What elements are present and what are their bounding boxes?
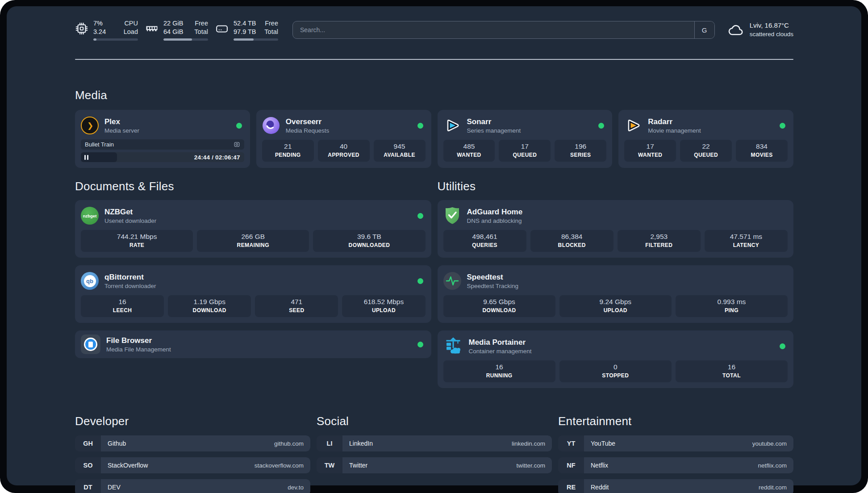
- bookmark-netflix[interactable]: NF Netflix netflix.com: [558, 457, 793, 473]
- playback-progress-bar: 24:44 / 02:06:47: [81, 152, 244, 162]
- nzbget-icon: nzbget: [81, 207, 99, 225]
- memory-metric: 22 GiB 64 GiB Free Total: [145, 19, 208, 41]
- card-qbittorrent[interactable]: qb qBittorrent Torrent downloader 16 LEE…: [75, 265, 431, 323]
- search-bar: G: [292, 21, 715, 39]
- card-title: Overseerr: [286, 117, 417, 126]
- bookmark-youtube[interactable]: YT YouTube youtube.com: [558, 435, 793, 451]
- pause-icon: [84, 155, 86, 160]
- card-adguard[interactable]: AdGuard Home DNS and adblocking 498,461 …: [438, 200, 794, 258]
- stat-approved: 40 APPROVED: [318, 140, 370, 162]
- cpu-usage: 7%: [93, 19, 106, 28]
- plex-icon: ❯: [81, 117, 99, 134]
- developer-column: Developer GH Github github.com SO StackO…: [75, 414, 310, 493]
- stat-queries: 498,461 QUERIES: [443, 230, 526, 252]
- card-subtitle: Speedtest Tracking: [467, 282, 788, 290]
- card-title: AdGuard Home: [467, 207, 788, 217]
- card-subtitle: Usenet downloader: [104, 217, 417, 225]
- card-nzbget[interactable]: nzbget NZBGet Usenet downloader 744.21 M…: [75, 200, 431, 258]
- dashboard: 7% 3.24 CPU Load: [7, 6, 861, 485]
- stat-filtered: 2,953 FILTERED: [618, 230, 701, 252]
- stat-series: 196 SERIES: [555, 140, 606, 162]
- bookmark-github[interactable]: GH Github github.com: [75, 435, 310, 451]
- system-metrics: 7% 3.24 CPU Load: [75, 19, 278, 41]
- qbittorrent-icon: qb: [81, 272, 99, 290]
- weather-widget: Lviv, 16.87°C scattered clouds: [727, 21, 793, 39]
- disk-icon: [215, 22, 229, 35]
- stat-total: 16 TOTAL: [676, 360, 788, 382]
- status-dot: [417, 123, 423, 129]
- status-dot: [417, 213, 423, 219]
- card-portainer[interactable]: Media Portainer Container management 16 …: [438, 330, 794, 388]
- stat-running: 16 RUNNING: [443, 360, 555, 382]
- ram-icon: [145, 22, 159, 35]
- stat-stopped: 0 STOPPED: [559, 360, 672, 382]
- playback-time: 24:44 / 02:06:47: [194, 152, 240, 162]
- bookmark-stackoverflow[interactable]: SO StackOverflow stackoverflow.com: [75, 457, 310, 473]
- bookmark-linkedin[interactable]: LI LinkedIn linkedin.com: [317, 435, 552, 451]
- filebrowser-icon: [81, 334, 100, 354]
- memory-labels: Free Total: [194, 19, 208, 36]
- bookmarks-section: Developer GH Github github.com SO StackO…: [75, 414, 793, 493]
- documents-column: Documents & Files nzbget NZBGet Usenet d…: [75, 177, 431, 396]
- header-divider: [75, 59, 793, 60]
- card-plex[interactable]: ❯ Plex Media server Bullet Train 24:44 /: [75, 110, 250, 168]
- cloud-icon: [727, 23, 744, 37]
- cpu-metric: 7% 3.24 CPU Load: [75, 19, 138, 41]
- social-column: Social LI LinkedIn linkedin.com TW Twitt…: [317, 414, 552, 493]
- card-title: Media Portainer: [469, 338, 780, 347]
- cpu-values: 7% 3.24: [93, 19, 106, 36]
- section-title-media: Media: [75, 88, 793, 102]
- cpu-load: 3.24: [93, 28, 106, 36]
- weather-condition: scattered clouds: [750, 30, 793, 39]
- cpu-progress-bar: [93, 38, 138, 41]
- playback-played-segment: [81, 152, 117, 162]
- speedtest-icon: [443, 272, 461, 290]
- memory-values: 22 GiB 64 GiB: [163, 19, 183, 36]
- status-dot: [598, 123, 604, 129]
- bookmark-reddit[interactable]: RE Reddit reddit.com: [558, 479, 793, 493]
- stat-downloaded: 39.6 TB DOWNLOADED: [313, 230, 425, 252]
- search-engine-button[interactable]: G: [694, 21, 714, 38]
- top-bar: 7% 3.24 CPU Load: [75, 17, 793, 43]
- section-title-developer: Developer: [75, 414, 310, 428]
- card-speedtest[interactable]: Speedtest Speedtest Tracking 9.65 Gbps D…: [438, 265, 794, 323]
- now-playing-title: Bullet Train: [85, 141, 234, 148]
- portainer-icon: [443, 336, 463, 356]
- card-subtitle: Container management: [469, 347, 780, 355]
- stat-queued: 17 QUEUED: [499, 140, 551, 162]
- card-filebrowser[interactable]: File Browser Media File Management: [75, 330, 431, 358]
- stat-ping: 0.993 ms PING: [676, 295, 788, 317]
- bookmark-dev[interactable]: DT DEV dev.to: [75, 479, 310, 493]
- section-title-documents: Documents & Files: [75, 180, 431, 193]
- card-overseerr[interactable]: Overseerr Media Requests 21 PENDING 40 A…: [256, 110, 431, 168]
- disk-total: 97.9 TB: [234, 28, 256, 36]
- adguard-icon: [443, 206, 461, 225]
- card-title: qBittorrent: [104, 272, 417, 282]
- stat-seed: 471 SEED: [255, 295, 338, 317]
- disk-free: 52.4 TB: [234, 19, 256, 28]
- card-sonarr[interactable]: Sonarr Series management 485 WANTED 17 Q…: [438, 110, 613, 168]
- stat-blocked: 86,384 BLOCKED: [530, 230, 613, 252]
- card-subtitle: Media Requests: [286, 127, 417, 134]
- stat-upload: 9.24 Gbps UPLOAD: [559, 295, 672, 317]
- card-title: File Browser: [106, 336, 417, 345]
- status-dot: [236, 123, 242, 129]
- stat-remaining: 266 GB REMAINING: [197, 230, 309, 252]
- status-dot: [417, 278, 423, 284]
- memory-total: 64 GiB: [163, 28, 183, 36]
- bookmark-twitter[interactable]: TW Twitter twitter.com: [317, 457, 552, 473]
- section-title-utilities: Utilities: [438, 180, 794, 193]
- overseerr-icon: [262, 117, 280, 134]
- sonarr-icon: [443, 117, 461, 134]
- card-subtitle: DNS and adblocking: [467, 217, 788, 225]
- card-radarr[interactable]: Radarr Movie management 17 WANTED 22 QUE…: [618, 110, 793, 168]
- status-dot: [780, 123, 785, 129]
- stat-wanted: 485 WANTED: [443, 140, 495, 162]
- stat-movies: 834 MOVIES: [736, 140, 788, 162]
- search-input[interactable]: [293, 21, 694, 38]
- entertainment-column: Entertainment YT YouTube youtube.com NF …: [558, 414, 793, 493]
- card-title: Plex: [104, 117, 236, 126]
- card-subtitle: Series management: [467, 127, 599, 134]
- status-dot: [417, 342, 423, 347]
- stat-rate: 744.21 Mbps RATE: [81, 230, 193, 252]
